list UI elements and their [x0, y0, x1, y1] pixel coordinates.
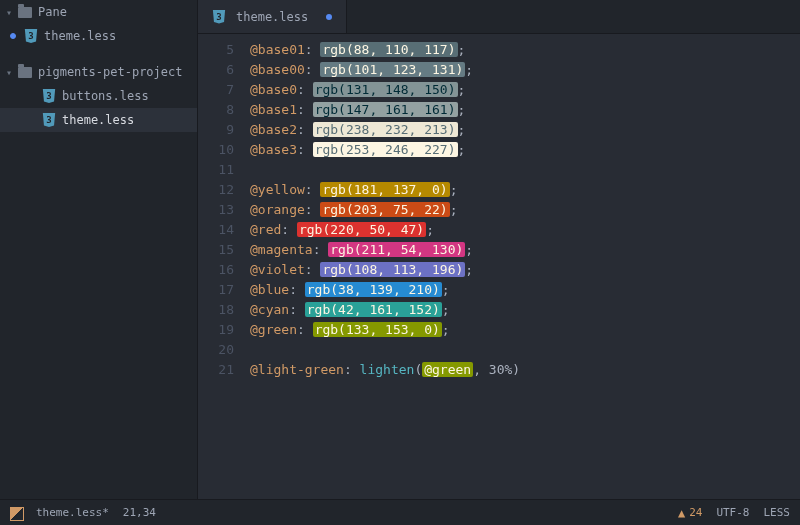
line-number: 10: [198, 140, 234, 160]
code-line[interactable]: @yellow: rgb(181, 137, 0);: [250, 180, 800, 200]
line-number: 7: [198, 80, 234, 100]
code-line[interactable]: [250, 160, 800, 180]
status-grammar[interactable]: LESS: [764, 506, 791, 519]
modified-indicator-icon: [326, 14, 332, 20]
line-gutter: 56789101112131415161718192021: [198, 34, 244, 499]
code-line[interactable]: @light-green: lighten(@green, 30%): [250, 360, 800, 380]
code-line[interactable]: @violet: rgb(108, 113, 196);: [250, 260, 800, 280]
line-number: 9: [198, 120, 234, 140]
selection-indicator-icon: [10, 33, 16, 39]
css3-icon: 3: [212, 10, 226, 24]
code-line[interactable]: @cyan: rgb(42, 161, 152);: [250, 300, 800, 320]
code-content[interactable]: @base01: rgb(88, 110, 117);@base00: rgb(…: [244, 34, 800, 499]
line-number: 13: [198, 200, 234, 220]
folder-icon: [18, 7, 32, 18]
project-file-buttons[interactable]: 3 buttons.less: [0, 84, 197, 108]
chevron-down-icon: ▾: [6, 67, 16, 78]
line-number: 5: [198, 40, 234, 60]
tree-label: pigments-pet-project: [38, 65, 183, 79]
code-line[interactable]: @base01: rgb(88, 110, 117);: [250, 40, 800, 60]
editor-area: 3 theme.less 567891011121314151617181920…: [198, 0, 800, 499]
css3-icon: 3: [42, 89, 56, 103]
file-label: buttons.less: [62, 89, 149, 103]
code-line[interactable]: @base3: rgb(253, 246, 227);: [250, 140, 800, 160]
code-line[interactable]: [250, 340, 800, 360]
tab-label: theme.less: [236, 10, 308, 24]
color-swatch-icon[interactable]: [10, 507, 22, 519]
line-number: 21: [198, 360, 234, 380]
warning-count: 24: [689, 506, 702, 519]
status-cursor-pos[interactable]: 21,34: [123, 506, 156, 519]
tree-label: Pane: [38, 5, 67, 19]
code-line[interactable]: @base0: rgb(131, 148, 150);: [250, 80, 800, 100]
chevron-down-icon: ▾: [6, 7, 16, 18]
css3-icon: 3: [42, 113, 56, 127]
line-number: 6: [198, 60, 234, 80]
code-line[interactable]: @base1: rgb(147, 161, 161);: [250, 100, 800, 120]
code-line[interactable]: @blue: rgb(38, 139, 210);: [250, 280, 800, 300]
code-editor[interactable]: 56789101112131415161718192021 @base01: r…: [198, 34, 800, 499]
code-line[interactable]: @orange: rgb(203, 75, 22);: [250, 200, 800, 220]
css3-icon: 3: [24, 29, 38, 43]
project-file-theme[interactable]: 3 theme.less: [0, 108, 197, 132]
code-line[interactable]: @magenta: rgb(211, 54, 130);: [250, 240, 800, 260]
status-encoding[interactable]: UTF-8: [716, 506, 749, 519]
line-number: 14: [198, 220, 234, 240]
warning-icon: ▲: [678, 506, 685, 520]
code-line[interactable]: @green: rgb(133, 153, 0);: [250, 320, 800, 340]
status-warnings[interactable]: ▲ 24: [678, 506, 702, 520]
line-number: 15: [198, 240, 234, 260]
sidebar: ▾ Pane 3 theme.less ▾ pigments-pet-proje…: [0, 0, 198, 499]
file-label: theme.less: [44, 29, 116, 43]
code-line[interactable]: @base2: rgb(238, 232, 213);: [250, 120, 800, 140]
line-number: 17: [198, 280, 234, 300]
line-number: 11: [198, 160, 234, 180]
folder-icon: [18, 67, 32, 78]
tab-bar: 3 theme.less: [198, 0, 800, 34]
tab-theme-less[interactable]: 3 theme.less: [198, 0, 347, 33]
code-line[interactable]: @base00: rgb(101, 123, 131);: [250, 60, 800, 80]
line-number: 8: [198, 100, 234, 120]
file-label: theme.less: [62, 113, 134, 127]
line-number: 16: [198, 260, 234, 280]
line-number: 20: [198, 340, 234, 360]
line-number: 18: [198, 300, 234, 320]
status-filename[interactable]: theme.less*: [36, 506, 109, 519]
pane-file-theme[interactable]: 3 theme.less: [0, 24, 197, 48]
tree-group-pane[interactable]: ▾ Pane: [0, 0, 197, 24]
line-number: 19: [198, 320, 234, 340]
tree-group-project[interactable]: ▾ pigments-pet-project: [0, 60, 197, 84]
status-bar: theme.less* 21,34 ▲ 24 UTF-8 LESS: [0, 499, 800, 525]
line-number: 12: [198, 180, 234, 200]
code-line[interactable]: @red: rgb(220, 50, 47);: [250, 220, 800, 240]
